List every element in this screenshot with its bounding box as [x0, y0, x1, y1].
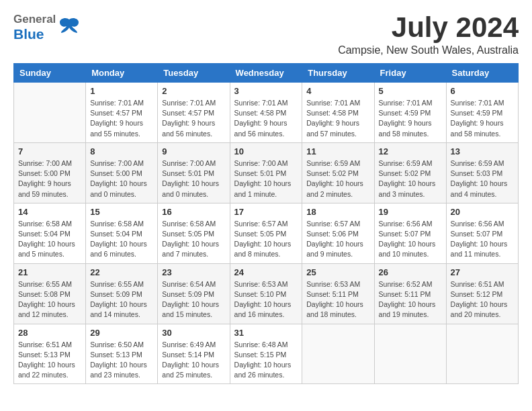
calendar-cell: 6Sunrise: 7:01 AMSunset: 4:59 PMDaylight… [446, 83, 518, 143]
calendar-table: SundayMondayTuesdayWednesdayThursdayFrid… [13, 63, 519, 384]
weekday-header-thursday: Thursday [302, 64, 374, 83]
title-block: July 2024 Campsie, New South Wales, Aust… [338, 13, 519, 56]
day-info: Sunrise: 6:50 AMSunset: 5:13 PMDaylight:… [90, 340, 153, 381]
day-info: Sunrise: 6:57 AMSunset: 5:06 PMDaylight:… [306, 219, 369, 260]
day-info: Sunrise: 6:58 AMSunset: 5:05 PMDaylight:… [162, 219, 225, 260]
day-info: Sunrise: 7:00 AMSunset: 5:01 PMDaylight:… [234, 158, 298, 199]
day-number: 26 [379, 267, 442, 277]
day-info: Sunrise: 7:01 AMSunset: 4:59 PMDaylight:… [379, 98, 442, 139]
day-number: 16 [162, 207, 225, 217]
calendar-cell: 28Sunrise: 6:51 AMSunset: 5:13 PMDayligh… [14, 324, 86, 384]
calendar-cell: 30Sunrise: 6:49 AMSunset: 5:14 PMDayligh… [158, 324, 230, 384]
day-number: 2 [162, 86, 225, 96]
day-number: 8 [90, 146, 153, 156]
day-number: 9 [162, 146, 225, 156]
calendar-cell [446, 324, 518, 384]
day-info: Sunrise: 7:00 AMSunset: 5:00 PMDaylight:… [18, 158, 81, 199]
weekday-header-saturday: Saturday [446, 64, 518, 83]
calendar-cell: 25Sunrise: 6:53 AMSunset: 5:11 PMDayligh… [302, 263, 374, 324]
page-header: General Blue July 2024 Campsie, New Sout… [13, 13, 519, 56]
day-info: Sunrise: 7:01 AMSunset: 4:57 PMDaylight:… [162, 98, 225, 139]
day-number: 13 [451, 146, 514, 156]
logo-bird-icon [58, 17, 80, 38]
calendar-cell: 15Sunrise: 6:58 AMSunset: 5:04 PMDayligh… [86, 203, 158, 263]
day-number: 27 [451, 267, 514, 277]
calendar-cell: 2Sunrise: 7:01 AMSunset: 4:57 PMDaylight… [158, 83, 230, 143]
day-number: 25 [306, 267, 369, 277]
calendar-cell: 20Sunrise: 6:56 AMSunset: 5:07 PMDayligh… [446, 203, 518, 263]
day-info: Sunrise: 6:53 AMSunset: 5:11 PMDaylight:… [306, 279, 369, 320]
calendar-cell: 13Sunrise: 6:59 AMSunset: 5:03 PMDayligh… [446, 142, 518, 203]
day-number: 23 [162, 267, 225, 277]
calendar-cell: 8Sunrise: 7:00 AMSunset: 5:00 PMDaylight… [86, 142, 158, 203]
calendar-cell: 17Sunrise: 6:57 AMSunset: 5:05 PMDayligh… [230, 203, 302, 263]
day-number: 22 [90, 267, 153, 277]
calendar-cell: 4Sunrise: 7:01 AMSunset: 4:58 PMDaylight… [302, 83, 374, 143]
day-info: Sunrise: 6:49 AMSunset: 5:14 PMDaylight:… [162, 340, 225, 381]
calendar-week-row: 14Sunrise: 6:58 AMSunset: 5:04 PMDayligh… [14, 203, 519, 263]
calendar-cell: 26Sunrise: 6:52 AMSunset: 5:11 PMDayligh… [374, 263, 446, 324]
day-info: Sunrise: 6:56 AMSunset: 5:07 PMDaylight:… [379, 219, 442, 260]
calendar-cell: 23Sunrise: 6:54 AMSunset: 5:09 PMDayligh… [158, 263, 230, 324]
day-number: 6 [451, 86, 514, 96]
calendar-week-row: 21Sunrise: 6:55 AMSunset: 5:08 PMDayligh… [14, 263, 519, 324]
calendar-cell [374, 324, 446, 384]
day-info: Sunrise: 7:01 AMSunset: 4:59 PMDaylight:… [451, 98, 514, 139]
day-number: 5 [379, 86, 442, 96]
calendar-cell: 21Sunrise: 6:55 AMSunset: 5:08 PMDayligh… [14, 263, 86, 324]
day-number: 24 [234, 267, 298, 277]
day-info: Sunrise: 7:01 AMSunset: 4:58 PMDaylight:… [234, 98, 298, 139]
calendar-cell: 10Sunrise: 7:00 AMSunset: 5:01 PMDayligh… [230, 142, 302, 203]
calendar-cell [14, 83, 86, 143]
day-info: Sunrise: 7:01 AMSunset: 4:58 PMDaylight:… [306, 98, 369, 139]
calendar-cell: 18Sunrise: 6:57 AMSunset: 5:06 PMDayligh… [302, 203, 374, 263]
day-number: 29 [90, 328, 153, 338]
calendar-cell: 5Sunrise: 7:01 AMSunset: 4:59 PMDaylight… [374, 83, 446, 143]
day-info: Sunrise: 6:59 AMSunset: 5:02 PMDaylight:… [306, 158, 369, 199]
day-number: 18 [306, 207, 369, 217]
logo-text: General Blue [13, 13, 56, 42]
calendar-cell: 24Sunrise: 6:53 AMSunset: 5:10 PMDayligh… [230, 263, 302, 324]
day-info: Sunrise: 6:53 AMSunset: 5:10 PMDaylight:… [234, 279, 298, 320]
day-info: Sunrise: 7:01 AMSunset: 4:57 PMDaylight:… [90, 98, 153, 139]
calendar-cell: 9Sunrise: 7:00 AMSunset: 5:01 PMDaylight… [158, 142, 230, 203]
calendar-cell: 19Sunrise: 6:56 AMSunset: 5:07 PMDayligh… [374, 203, 446, 263]
day-info: Sunrise: 7:00 AMSunset: 5:01 PMDaylight:… [162, 158, 225, 199]
day-info: Sunrise: 6:51 AMSunset: 5:12 PMDaylight:… [451, 279, 514, 320]
calendar-cell: 27Sunrise: 6:51 AMSunset: 5:12 PMDayligh… [446, 263, 518, 324]
day-number: 21 [18, 267, 81, 277]
calendar-cell: 22Sunrise: 6:55 AMSunset: 5:09 PMDayligh… [86, 263, 158, 324]
day-info: Sunrise: 6:48 AMSunset: 5:15 PMDaylight:… [234, 340, 298, 381]
day-info: Sunrise: 6:54 AMSunset: 5:09 PMDaylight:… [162, 279, 225, 320]
day-number: 17 [234, 207, 298, 217]
day-number: 19 [379, 207, 442, 217]
day-number: 31 [234, 328, 298, 338]
calendar-cell: 31Sunrise: 6:48 AMSunset: 5:15 PMDayligh… [230, 324, 302, 384]
day-number: 12 [379, 146, 442, 156]
calendar-cell [302, 324, 374, 384]
calendar-cell: 3Sunrise: 7:01 AMSunset: 4:58 PMDaylight… [230, 83, 302, 143]
day-info: Sunrise: 6:55 AMSunset: 5:08 PMDaylight:… [18, 279, 81, 320]
location-title: Campsie, New South Wales, Australia [338, 44, 519, 56]
day-info: Sunrise: 6:51 AMSunset: 5:13 PMDaylight:… [18, 340, 81, 381]
day-number: 10 [234, 146, 298, 156]
calendar-week-row: 28Sunrise: 6:51 AMSunset: 5:13 PMDayligh… [14, 324, 519, 384]
calendar-cell: 11Sunrise: 6:59 AMSunset: 5:02 PMDayligh… [302, 142, 374, 203]
day-number: 28 [18, 328, 81, 338]
day-info: Sunrise: 6:55 AMSunset: 5:09 PMDaylight:… [90, 279, 153, 320]
day-info: Sunrise: 6:59 AMSunset: 5:02 PMDaylight:… [379, 158, 442, 199]
calendar-week-row: 7Sunrise: 7:00 AMSunset: 5:00 PMDaylight… [14, 142, 519, 203]
weekday-header-wednesday: Wednesday [230, 64, 302, 83]
calendar-cell: 14Sunrise: 6:58 AMSunset: 5:04 PMDayligh… [14, 203, 86, 263]
month-title: July 2024 [338, 13, 519, 42]
logo-blue: Blue [13, 26, 56, 42]
day-number: 4 [306, 86, 369, 96]
weekday-header-sunday: Sunday [14, 64, 86, 83]
day-number: 30 [162, 328, 225, 338]
day-number: 20 [451, 207, 514, 217]
day-info: Sunrise: 6:58 AMSunset: 5:04 PMDaylight:… [18, 219, 81, 260]
day-number: 3 [234, 86, 298, 96]
day-number: 7 [18, 146, 81, 156]
day-info: Sunrise: 6:58 AMSunset: 5:04 PMDaylight:… [90, 219, 153, 260]
day-number: 11 [306, 146, 369, 156]
